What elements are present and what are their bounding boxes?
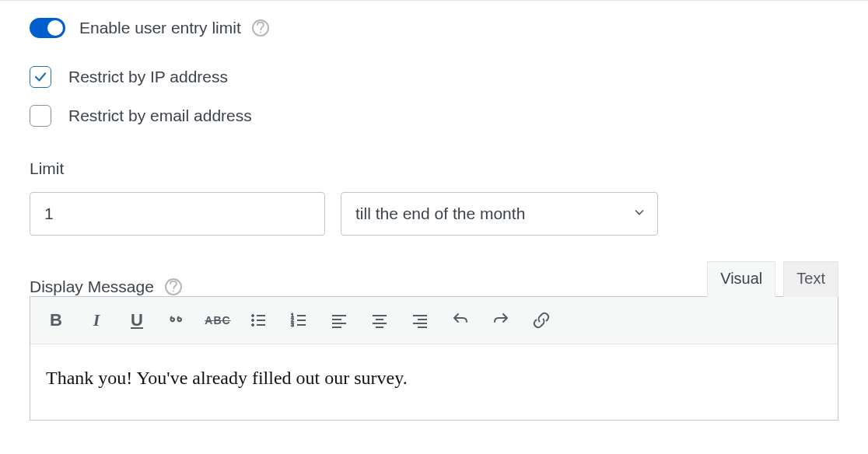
- enable-entry-limit-toggle[interactable]: [30, 18, 65, 38]
- help-icon[interactable]: [252, 19, 269, 37]
- restrict-email-label: Restrict by email address: [68, 107, 252, 125]
- tab-visual[interactable]: Visual: [707, 261, 775, 297]
- svg-point-1: [252, 320, 254, 322]
- align-right-button[interactable]: [401, 305, 439, 336]
- limit-input[interactable]: [30, 192, 325, 236]
- rich-text-editor: B I U ABC 123: [30, 296, 838, 421]
- editor-content[interactable]: Thank you! You've already filled out our…: [30, 344, 838, 420]
- enable-entry-limit-label: Enable user entry limit: [79, 19, 241, 37]
- svg-point-2: [252, 324, 254, 327]
- underline-button[interactable]: U: [117, 305, 156, 336]
- limit-label: Limit: [30, 159, 838, 178]
- help-icon[interactable]: [165, 278, 182, 295]
- svg-point-0: [252, 315, 254, 317]
- tab-text[interactable]: Text: [783, 261, 838, 297]
- blockquote-button[interactable]: [158, 305, 197, 336]
- unordered-list-button[interactable]: [239, 305, 278, 336]
- ordered-list-button[interactable]: 123: [279, 305, 318, 336]
- strikethrough-button[interactable]: ABC: [198, 305, 237, 336]
- limit-period-select[interactable]: till the end of the month: [341, 192, 658, 236]
- restrict-email-checkbox[interactable]: [30, 105, 51, 127]
- svg-text:3: 3: [291, 322, 294, 327]
- restrict-ip-checkbox[interactable]: [30, 66, 51, 88]
- undo-button[interactable]: [441, 305, 480, 336]
- link-button[interactable]: [522, 305, 561, 336]
- redo-button[interactable]: [481, 305, 520, 336]
- align-left-button[interactable]: [320, 305, 359, 336]
- restrict-ip-label: Restrict by IP address: [68, 68, 228, 86]
- bold-button[interactable]: B: [37, 305, 75, 336]
- italic-button[interactable]: I: [77, 305, 116, 336]
- align-center-button[interactable]: [360, 305, 399, 336]
- editor-toolbar: B I U ABC 123: [30, 297, 838, 344]
- toggle-knob: [47, 20, 63, 36]
- display-message-label: Display Message: [30, 278, 182, 296]
